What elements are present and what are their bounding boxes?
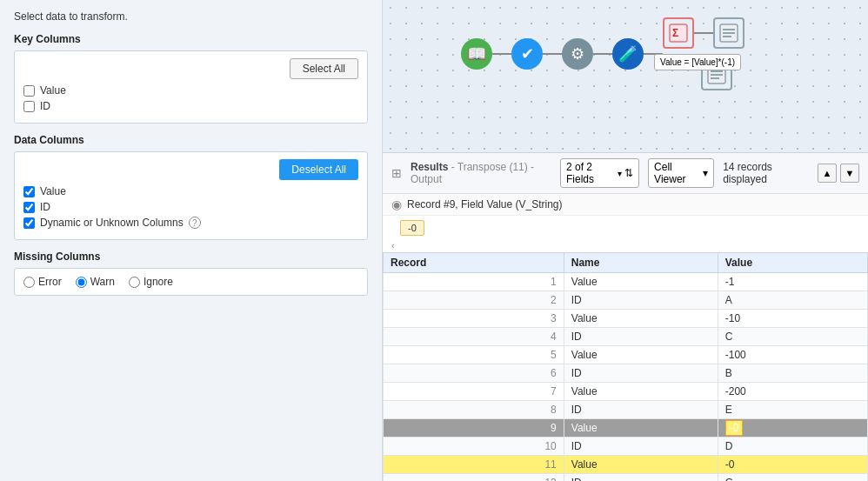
viewer-label: Cell Viewer (654, 161, 700, 185)
canvas-area: 📖 ✔ ⚙ 🧪 Σ (383, 0, 868, 152)
svg-rect-5 (723, 36, 731, 37)
results-title: Results - Transpose (11) - Output (411, 161, 551, 185)
warn-radio-item: Warn (76, 276, 115, 288)
table-row[interactable]: 6IDB (384, 364, 868, 383)
cell-record-num: 3 (384, 310, 564, 328)
right-panel: 📖 ✔ ⚙ 🧪 Σ (383, 0, 868, 481)
viewer-dropdown[interactable]: Cell Viewer ▾ (648, 158, 714, 188)
canvas-nodes: 📖 ✔ ⚙ 🧪 Σ (461, 17, 744, 90)
cell-record-num: 7 (384, 383, 564, 401)
cell-name: ID (564, 328, 718, 346)
cell-record-num: 10 (384, 438, 564, 456)
table-row[interactable]: 1Value-1 (384, 273, 868, 291)
col-header-name[interactable]: Name (564, 253, 718, 273)
dc-id-checkbox[interactable] (23, 202, 35, 213)
key-columns-header: Select All (23, 58, 358, 79)
key-columns-label: Key Columns (14, 33, 368, 45)
fields-dropdown[interactable]: 2 of 2 Fields ▾ ⇅ (560, 158, 639, 188)
table-row[interactable]: 12IDG (384, 474, 868, 482)
table-row[interactable]: 9Value-0 (384, 419, 868, 438)
node-formula[interactable]: Σ (663, 17, 694, 49)
missing-columns-section: Missing Columns Error Warn Ignore (14, 251, 368, 296)
table-row[interactable]: 10IDD (384, 438, 868, 456)
error-radio[interactable] (23, 277, 35, 288)
cell-value: G (718, 474, 867, 482)
dc-dynamic-label: Dynamic or Unknown Columns (40, 217, 184, 229)
left-panel: Select data to transform. Key Columns Se… (0, 0, 383, 481)
nav-down-button[interactable]: ▼ (840, 164, 859, 183)
fields-label: 2 of 2 Fields (566, 161, 615, 185)
cell-value: -1 (718, 273, 867, 291)
cell-record-num: 4 (384, 328, 564, 346)
key-columns-box: Select All Value ID (14, 50, 368, 124)
field-value: -0 (400, 220, 424, 236)
connector-2 (543, 53, 562, 55)
connector-3 (593, 53, 612, 55)
key-value-label: Value (40, 84, 66, 97)
table-row[interactable]: 7Value-200 (384, 383, 868, 401)
svg-rect-7 (711, 70, 723, 72)
cell-record-num: 2 (384, 291, 564, 310)
cell-record-num: 12 (384, 474, 564, 482)
grid-icon[interactable]: ⊞ (391, 166, 402, 180)
missing-columns-box: Error Warn Ignore (14, 268, 368, 296)
cell-value: B (718, 364, 867, 383)
key-value-row: Value (23, 84, 358, 97)
deselect-all-button[interactable]: Deselect All (279, 159, 358, 180)
connector-5 (694, 32, 713, 34)
results-header: ⊞ Results - Transpose (11) - Output 2 of… (383, 153, 868, 194)
cell-value: C (718, 328, 867, 346)
table-row[interactable]: 4IDC (384, 328, 868, 346)
cell-name: Value (564, 310, 718, 328)
instruction-text: Select data to transform. (14, 10, 368, 23)
warn-radio[interactable] (76, 277, 87, 288)
nav-up-button[interactable]: ▲ (818, 164, 837, 183)
table-row[interactable]: 2IDA (384, 291, 868, 310)
data-columns-box: Deselect All Value ID Dynamic or Unknown… (14, 151, 368, 240)
ignore-radio[interactable] (129, 277, 140, 288)
select-all-button[interactable]: Select All (290, 58, 358, 79)
col-header-value[interactable]: Value (718, 253, 867, 273)
field-value-container: -0 (383, 216, 868, 240)
node-flask: 🧪 (612, 38, 644, 70)
data-table-wrapper[interactable]: Record Name Value 1Value-12IDA3Value-104… (383, 252, 868, 481)
cell-name: ID (564, 401, 718, 419)
cell-record-num: 8 (384, 401, 564, 419)
record-marker-icon: ◉ (391, 197, 402, 211)
node-output-top[interactable] (713, 17, 744, 49)
table-row[interactable]: 8IDE (384, 401, 868, 419)
node-book: 📖 (461, 38, 492, 70)
records-count: 14 records displayed (723, 161, 809, 185)
missing-columns-radio-group: Error Warn Ignore (23, 276, 358, 288)
dc-value-checkbox[interactable] (23, 186, 35, 197)
cell-value: E (718, 401, 867, 419)
table-row[interactable]: 3Value-10 (384, 310, 868, 328)
cell-value: -200 (718, 383, 867, 401)
dc-id-label: ID (40, 201, 50, 213)
ignore-radio-item: Ignore (129, 276, 173, 288)
svg-text:Σ: Σ (672, 27, 678, 39)
table-body: 1Value-12IDA3Value-104IDC5Value-1006IDB7… (384, 273, 868, 482)
formula-wrapper: Σ Value = [Value]*(-1) (663, 17, 694, 49)
node-check: ✔ (511, 38, 543, 70)
data-table: Record Name Value 1Value-12IDA3Value-104… (383, 252, 868, 481)
cell-record-num: 11 (384, 456, 564, 474)
cell-value: A (718, 291, 867, 310)
ignore-radio-label: Ignore (144, 276, 173, 288)
table-row[interactable]: 5Value-100 (384, 346, 868, 364)
col-header-record[interactable]: Record (384, 253, 564, 273)
error-radio-item: Error (23, 276, 62, 288)
dc-dynamic-checkbox[interactable] (23, 217, 35, 229)
key-id-checkbox[interactable] (23, 101, 35, 112)
cell-value: -0 (718, 419, 867, 438)
table-row[interactable]: 11Value-0 (384, 456, 868, 474)
cell-record-num: 5 (384, 346, 564, 364)
record-info-bar: ◉ Record #9, Field Value (V_String) (383, 194, 868, 216)
svg-rect-3 (723, 29, 735, 30)
data-columns-header: Deselect All (23, 159, 358, 180)
formula-tooltip: Value = [Value]*(-1) (654, 54, 741, 70)
data-columns-label: Data Columns (14, 134, 368, 146)
viewer-chevron-down-icon: ▾ (703, 167, 708, 179)
dynamic-help-icon[interactable]: ? (189, 217, 201, 229)
key-value-checkbox[interactable] (23, 85, 35, 97)
